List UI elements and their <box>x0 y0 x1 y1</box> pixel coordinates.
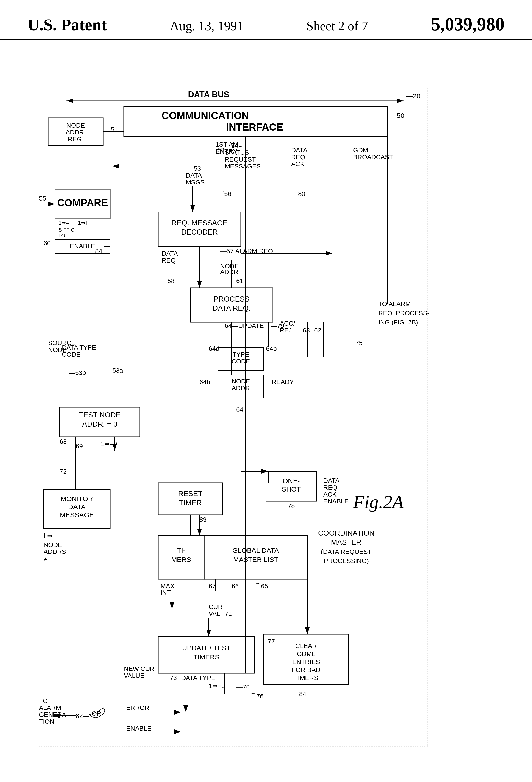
svg-text:NEW CUR: NEW CUR <box>124 665 155 672</box>
svg-text:TI-: TI- <box>177 546 186 554</box>
svg-text:53a: 53a <box>112 367 123 374</box>
svg-text:BROADCAST: BROADCAST <box>353 153 393 161</box>
svg-text:TION: TION <box>39 718 54 725</box>
svg-marker-213 <box>305 627 310 634</box>
svg-text:72: 72 <box>60 468 67 475</box>
svg-text:GDML: GDML <box>297 650 315 657</box>
svg-text:REQ: REQ <box>291 153 305 161</box>
svg-text:VAL: VAL <box>209 610 220 617</box>
svg-text:ACK: ACK <box>291 161 305 168</box>
svg-text:—53b: —53b <box>69 369 86 376</box>
svg-text:REQ: REQ <box>162 257 176 264</box>
svg-text:COMMUNICATION: COMMUNICATION <box>162 110 249 121</box>
header-sheet: Sheet 2 of 7 <box>306 19 368 33</box>
svg-marker-22 <box>112 164 119 169</box>
svg-marker-27 <box>190 205 195 212</box>
svg-text:TO ALARM: TO ALARM <box>378 300 411 308</box>
svg-text:66—: 66— <box>232 582 245 590</box>
svg-text:68: 68 <box>60 438 67 445</box>
svg-text:CLEAR: CLEAR <box>295 642 317 649</box>
svg-text:ERROR: ERROR <box>126 704 149 711</box>
svg-text:80: 80 <box>298 190 305 197</box>
diagram-area: DATA BUS —20 COMMUNICATION INTERFACE —50… <box>25 54 507 766</box>
svg-text:I ⇒: I ⇒ <box>44 532 52 539</box>
svg-text:⌒76: ⌒76 <box>250 693 263 700</box>
svg-text:ADDR.: ADDR. <box>66 129 85 136</box>
svg-text:GENERA-: GENERA- <box>39 711 68 718</box>
svg-text:NODE: NODE <box>67 122 85 129</box>
svg-text:DATA BUS: DATA BUS <box>188 90 229 99</box>
svg-text:TO: TO <box>39 697 48 705</box>
svg-text:1⇒=: 1⇒= <box>59 220 69 226</box>
svg-text:MESSAGES: MESSAGES <box>225 163 261 170</box>
svg-text:ALARM: ALARM <box>39 704 61 711</box>
svg-text:67: 67 <box>209 582 216 590</box>
svg-text:MERS: MERS <box>171 556 191 563</box>
svg-text:OR: OR <box>92 710 101 717</box>
svg-text:DATA TYPE: DATA TYPE <box>181 674 215 681</box>
svg-text:64—UPDATE: 64—UPDATE <box>225 322 264 329</box>
svg-text:TIMERS: TIMERS <box>193 653 219 661</box>
svg-text:INT: INT <box>160 589 171 596</box>
svg-text:ADDR. = 0: ADDR. = 0 <box>82 420 117 428</box>
svg-text:75: 75 <box>355 340 363 347</box>
svg-text:TIMER: TIMER <box>179 499 202 507</box>
svg-text:ENABLE: ENABLE <box>323 498 349 505</box>
svg-marker-45 <box>48 202 55 206</box>
svg-text:TIMERS: TIMERS <box>294 674 318 681</box>
svg-text:58: 58 <box>167 277 175 285</box>
patent-label: U.S. Patent <box>28 15 107 34</box>
svg-text:⌒56: ⌒56 <box>218 190 231 197</box>
svg-text:FOR BAD: FOR BAD <box>292 666 320 673</box>
svg-text:PROCESSING): PROCESSING) <box>324 557 369 565</box>
svg-text:55: 55 <box>39 195 46 202</box>
svg-text:COORDINATION: COORDINATION <box>318 529 375 537</box>
svg-text:61: 61 <box>236 277 243 285</box>
svg-text:PROCESS: PROCESS <box>214 295 250 303</box>
svg-text:S  FF  C: S FF C <box>59 227 75 233</box>
patent-header: U.S. Patent Aug. 13, 1991 Sheet 2 of 7 5… <box>0 0 532 40</box>
svg-text:64: 64 <box>236 406 243 413</box>
svg-text:DATA: DATA <box>323 477 340 484</box>
svg-text:DATA: DATA <box>68 503 85 510</box>
svg-text:—51: —51 <box>104 126 118 133</box>
svg-text:64b: 64b <box>199 378 210 386</box>
svg-text:GLOBAL DATA: GLOBAL DATA <box>232 546 279 554</box>
svg-text:ADDRS: ADDRS <box>44 548 66 555</box>
svg-text:REQ: REQ <box>323 484 337 491</box>
svg-marker-135 <box>197 529 202 536</box>
svg-text:DATA: DATA <box>186 172 202 179</box>
header-date: Aug. 13, 1991 <box>170 19 243 33</box>
svg-text:REG.: REG. <box>68 136 83 143</box>
svg-text:REJ: REJ <box>280 327 292 334</box>
svg-text:READY: READY <box>272 378 294 386</box>
svg-text:78: 78 <box>288 502 295 509</box>
svg-text:MONITOR: MONITOR <box>61 495 93 502</box>
svg-marker-207 <box>261 469 268 473</box>
svg-text:ENTRIES: ENTRIES <box>292 658 320 666</box>
svg-text:UPDATE/ TEST: UPDATE/ TEST <box>182 644 231 652</box>
svg-text:63: 63 <box>303 327 310 334</box>
svg-text:SHOT: SHOT <box>281 485 301 493</box>
svg-text:ADDR: ADDR <box>220 268 238 275</box>
svg-text:53: 53 <box>194 165 201 172</box>
svg-text:ACK: ACK <box>323 491 337 498</box>
svg-text:NODE: NODE <box>48 346 67 353</box>
svg-marker-66 <box>326 251 333 256</box>
svg-text:—50: —50 <box>390 112 404 119</box>
svg-text:1⇒=0: 1⇒=0 <box>209 682 225 689</box>
svg-text:SOURCE: SOURCE <box>48 340 76 347</box>
svg-text:COMPARE: COMPARE <box>57 197 108 208</box>
svg-text:DECODER: DECODER <box>181 228 218 236</box>
svg-text:MASTER LIST: MASTER LIST <box>233 556 278 563</box>
svg-text:62: 62 <box>314 327 321 334</box>
svg-text:84: 84 <box>299 690 306 698</box>
svg-text:ING (FIG. 2B): ING (FIG. 2B) <box>378 319 418 326</box>
svg-marker-1 <box>67 99 73 103</box>
svg-text:MAX: MAX <box>160 582 175 590</box>
svg-marker-3 <box>397 99 404 103</box>
svg-text:REQ. PROCESS-: REQ. PROCESS- <box>378 310 429 317</box>
svg-text:84: 84 <box>95 248 102 255</box>
svg-text:MASTER: MASTER <box>331 538 362 546</box>
svg-text:INTERFACE: INTERFACE <box>226 121 283 133</box>
